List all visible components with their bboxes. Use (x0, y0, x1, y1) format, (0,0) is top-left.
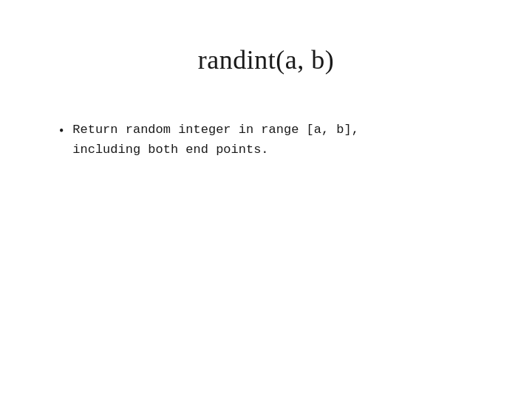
bullet-line1: Return random integer in range [a, b], (72, 123, 359, 137)
slide: randint(a, b) • Return random integer in… (0, 0, 532, 399)
bullet-text: Return random integer in range [a, b], i… (72, 120, 359, 160)
bullet-line2: including both end points. (72, 143, 268, 157)
bullet-dot: • (59, 121, 64, 141)
title-area: randint(a, b) (44, 30, 488, 112)
slide-title: randint(a, b) (44, 44, 488, 75)
content-area: • Return random integer in range [a, b],… (44, 112, 488, 160)
bullet-item: • Return random integer in range [a, b],… (59, 120, 488, 160)
